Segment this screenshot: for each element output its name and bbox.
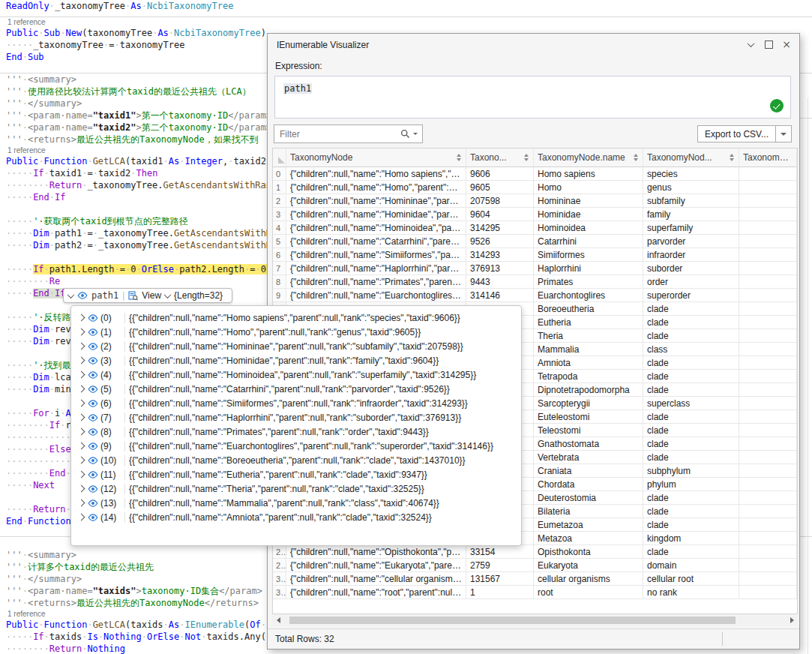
cell-rank[interactable]: domain: [643, 559, 739, 572]
list-item[interactable]: (0){{"children":null,"name":"Homo sapien…: [71, 310, 521, 325]
expand-chevron-icon[interactable]: [77, 400, 85, 406]
cell-extra[interactable]: [739, 437, 797, 451]
cell-extra[interactable]: [739, 424, 797, 437]
scroll-left-button[interactable]: [272, 614, 284, 626]
list-item[interactable]: (3){{"children":null,"name":"Hominidae",…: [71, 353, 521, 368]
cell-name[interactable]: root: [534, 586, 643, 599]
cell-rank[interactable]: clade: [643, 329, 739, 343]
table-row[interactable]: 30{"children":null,"name":"cellular orga…: [273, 572, 797, 586]
expand-chevron-icon[interactable]: [77, 472, 85, 477]
expand-chevron-icon[interactable]: [77, 372, 85, 377]
column-header[interactable]: TaxonomyNod...: [643, 148, 739, 167]
cell-name[interactable]: Teleostomi: [534, 424, 643, 437]
cell-extra[interactable]: [739, 559, 797, 572]
cell-name[interactable]: Simiiformes: [534, 248, 643, 262]
view-dropdown-icon[interactable]: [164, 291, 172, 298]
column-header[interactable]: TaxonomyNo: [739, 148, 797, 167]
cell-rank[interactable]: class: [643, 343, 739, 356]
expression-box[interactable]: path1: [274, 76, 791, 118]
export-csv-button[interactable]: Export to CSV...: [697, 125, 792, 142]
cell-taxid[interactable]: 376913: [466, 262, 534, 275]
datatip-pill[interactable]: path1 | View {Length=32}: [63, 288, 232, 303]
cell-name[interactable]: Eukaryota: [534, 559, 643, 572]
cell-json[interactable]: {"children":null,"name":"Haplorrhini","p…: [286, 262, 466, 275]
table-row[interactable]: 2{"children":null,"name":"Homininae","pa…: [273, 194, 797, 208]
dialog-menu-button[interactable]: [744, 38, 757, 50]
cell-extra[interactable]: [739, 545, 797, 559]
cell-extra[interactable]: [739, 208, 797, 221]
cell-json[interactable]: {"children":null,"name":"Homo sapiens","…: [286, 167, 466, 181]
cell-extra[interactable]: [739, 572, 797, 586]
cell-rank[interactable]: subfamily: [643, 194, 739, 208]
cell-extra[interactable]: [739, 383, 797, 397]
search-icon[interactable]: [400, 129, 410, 139]
list-item[interactable]: (8){{"children":null,"name":"Primates","…: [71, 424, 521, 439]
cell-taxid[interactable]: 314293: [466, 248, 534, 262]
cell-extra[interactable]: [739, 586, 797, 599]
cell-extra[interactable]: [739, 316, 797, 329]
cell-extra[interactable]: [739, 302, 797, 316]
editor-scrollbar[interactable]: [808, 98, 808, 654]
sort-icon[interactable]: [524, 154, 529, 161]
cell-name[interactable]: Tetrapoda: [534, 370, 643, 383]
cell-name[interactable]: Deuterostomia: [534, 491, 643, 505]
cell-num[interactable]: 30: [273, 572, 286, 586]
expand-chevron-icon[interactable]: [77, 315, 85, 320]
cell-rank[interactable]: suborder: [643, 262, 739, 275]
list-item[interactable]: (7){{"children":null,"name":"Haplorrhini…: [71, 410, 521, 424]
list-item[interactable]: (12){{"children":null,"name":"Theria","p…: [71, 482, 521, 496]
cell-name[interactable]: Catarrhini: [534, 235, 643, 248]
cell-rank[interactable]: subphylum: [643, 464, 739, 478]
cell-name[interactable]: Craniata: [534, 464, 643, 478]
cell-extra[interactable]: [739, 370, 797, 383]
cell-num[interactable]: 0: [273, 167, 286, 181]
cell-taxid[interactable]: 9606: [466, 167, 534, 181]
cell-rank[interactable]: clade: [643, 491, 739, 505]
cell-json[interactable]: {"children":null,"name":"Simiiformes","p…: [286, 248, 466, 262]
table-row[interactable]: 31{"children":null,"name":"root","parent…: [273, 586, 797, 599]
table-row[interactable]: 9{"children":null,"name":"Euarchontoglir…: [273, 289, 797, 302]
cell-json[interactable]: {"children":null,"name":"Catarrhini","pa…: [286, 235, 466, 248]
table-row[interactable]: 28{"children":null,"name":"Opisthokonta"…: [273, 545, 797, 559]
cell-name[interactable]: Primates: [534, 275, 643, 289]
list-item[interactable]: (9){{"children":null,"name":"Euarchontog…: [71, 439, 521, 453]
cell-extra[interactable]: [739, 451, 797, 464]
cell-rank[interactable]: clade: [643, 437, 739, 451]
horizontal-scrollbar[interactable]: [272, 614, 798, 626]
list-item[interactable]: (4){{"children":null,"name":"Hominoidea"…: [71, 368, 521, 382]
cell-name[interactable]: Chordata: [534, 478, 643, 491]
list-item[interactable]: (13){{"children":null,"name":"Mammalia",…: [71, 496, 521, 510]
cell-num[interactable]: 2: [273, 194, 286, 208]
cell-num[interactable]: 28: [273, 545, 286, 559]
scroll-right-button[interactable]: [786, 614, 798, 626]
datatip-expansion-panel[interactable]: (0){{"children":null,"name":"Homo sapien…: [70, 305, 522, 546]
cell-extra[interactable]: [739, 505, 797, 518]
cell-extra[interactable]: [739, 221, 797, 235]
column-header[interactable]: TaxonomyNode: [286, 148, 466, 167]
cell-name[interactable]: Vertebrata: [534, 451, 643, 464]
cell-extra[interactable]: [739, 410, 797, 424]
cell-rank[interactable]: clade: [643, 316, 739, 329]
scrollbar-thumb[interactable]: [289, 616, 736, 624]
cell-rank[interactable]: infraorder: [643, 248, 739, 262]
cell-extra[interactable]: [739, 248, 797, 262]
cell-name[interactable]: Euarchontoglires: [534, 289, 643, 302]
cell-num[interactable]: 1: [273, 181, 286, 194]
cell-rank[interactable]: superfamily: [643, 221, 739, 235]
table-row[interactable]: 7{"children":null,"name":"Haplorrhini","…: [273, 262, 797, 275]
cell-rank[interactable]: clade: [643, 370, 739, 383]
select-all-icon[interactable]: [278, 157, 285, 164]
table-row[interactable]: 6{"children":null,"name":"Simiiformes","…: [273, 248, 797, 262]
cell-extra[interactable]: [739, 235, 797, 248]
cell-extra[interactable]: [739, 181, 797, 194]
cell-taxid[interactable]: 131567: [466, 572, 534, 586]
cell-rank[interactable]: kingdom: [643, 532, 739, 545]
cell-json[interactable]: {"children":null,"name":"Eukaryota","par…: [286, 559, 466, 572]
sort-icon[interactable]: [634, 154, 638, 161]
view-button[interactable]: View: [142, 290, 161, 301]
sort-icon[interactable]: [457, 154, 461, 161]
filter-dropdown-icon[interactable]: [413, 133, 418, 135]
expand-chevron-icon[interactable]: [77, 386, 85, 392]
close-button[interactable]: ×: [780, 38, 793, 50]
cell-extra[interactable]: [739, 532, 797, 545]
